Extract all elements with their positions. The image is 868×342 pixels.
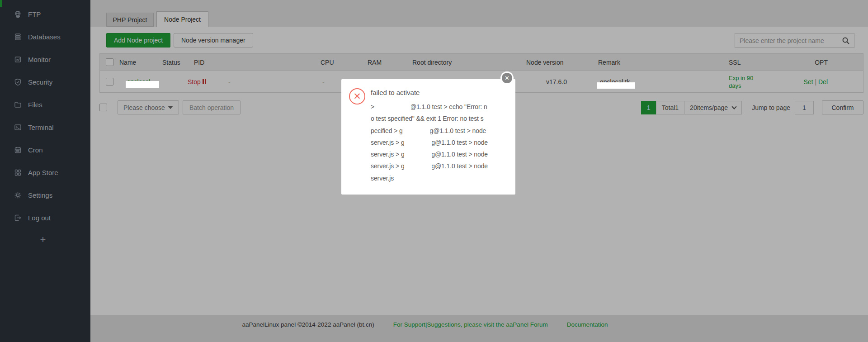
name-redaction-box — [126, 81, 159, 88]
remark-redaction-box — [597, 82, 635, 89]
dialog-title: failed to activate — [371, 89, 420, 96]
error-dialog: ✕ failed to activate > gps-tracking@1.1.… — [341, 79, 515, 195]
dialog-error-text: > gps-tracking@1.1.0 test > echo "Error:… — [371, 101, 488, 184]
error-circle-x-icon: ✕ — [349, 88, 365, 104]
dialog-close-button[interactable]: ✕ — [500, 71, 514, 85]
